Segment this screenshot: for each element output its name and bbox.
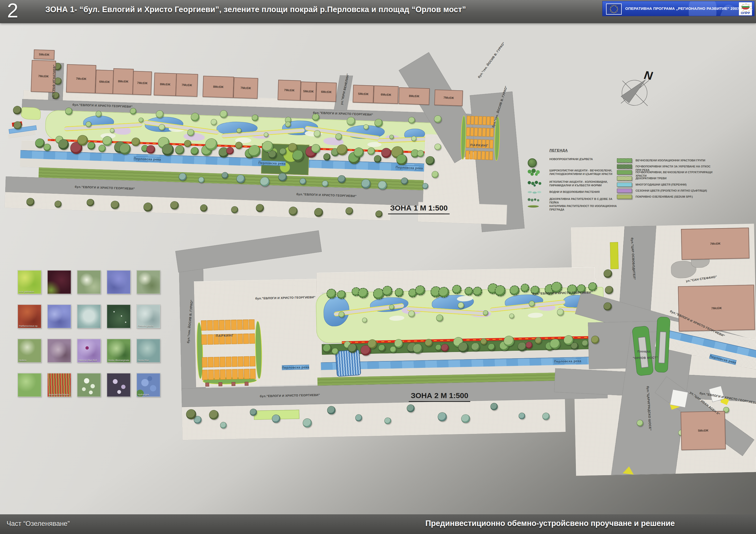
sheet-number: 2 — [7, 1, 18, 21]
building-label: 8МсбЖ — [118, 79, 128, 83]
building: 5МсбЖ — [300, 81, 316, 101]
tree-icon — [461, 414, 470, 423]
river-label: Перловска река — [134, 156, 161, 162]
building: 7МсбЖ — [133, 71, 152, 95]
legend-swatch — [617, 176, 632, 181]
tree-icon — [434, 115, 442, 123]
tree-icon — [381, 148, 392, 158]
legend-swatch — [617, 164, 632, 169]
oprr-star-icon: ★ — [741, 5, 742, 7]
tree-icon — [256, 204, 264, 212]
building-label: 6МсбЖ — [99, 80, 110, 84]
legend: ЛЕГЕНДА НОВОПРОЕКТИРАНИ ДЪРВЕТАШИРОКОЛИС… — [524, 146, 716, 212]
tree-icon — [191, 113, 199, 122]
building: 7МсбЖ — [278, 80, 301, 100]
oprr-star-icon: ★ — [742, 10, 743, 11]
tree-icon — [605, 286, 613, 294]
building-label: 7МсбЖ — [240, 86, 251, 90]
zone2-plan: 7МсбЖ7МсбЖ5МсбЖбул."ген. ЙОСИВ В. ГУРКО"… — [178, 224, 756, 484]
tree-icon — [158, 124, 165, 130]
tree-icon — [175, 145, 184, 155]
oprr-star-icon: ★ — [745, 10, 747, 12]
building: 8МсбЖ — [113, 68, 134, 95]
plant-photo-caption: Hydrangea — [138, 393, 149, 396]
tree-icon — [143, 203, 153, 212]
tree-icon — [438, 287, 449, 297]
footer-project-title: Прединвестиционно обемно-устройсвено про… — [425, 519, 675, 528]
tree-icon — [260, 177, 270, 187]
zone1-plan: 5МсбЖ7МсбЖ7МсбЖ6МсбЖ8МсбЖ7МсбЖ8МсбЖ7МсбЖ… — [5, 47, 511, 231]
tree-icon — [529, 300, 535, 307]
tree-icon — [146, 145, 155, 154]
tree-icon — [335, 133, 342, 140]
tree-icon — [95, 111, 102, 117]
eu-flag-icon: ★★★★★★★★★★★★ — [606, 4, 622, 14]
tree-icon — [495, 285, 506, 296]
tree-icon — [518, 342, 527, 351]
tree-icon — [389, 304, 394, 310]
tree-icon — [345, 207, 353, 215]
tree-icon — [452, 285, 462, 294]
building-label: 7МсбЖ — [443, 96, 454, 99]
tree-icon — [288, 207, 298, 216]
legend-item-label: ДЕКОРАТИВНИ ТРЕВИ — [635, 177, 714, 180]
river-label: Перловска река — [258, 160, 286, 166]
building: 7МсбЖ — [678, 285, 755, 331]
tree-icon — [526, 342, 532, 349]
plant-photo — [107, 373, 130, 397]
tree-icon — [322, 181, 328, 187]
tree-icon — [250, 409, 257, 416]
tree-icon — [375, 211, 383, 218]
building-label: 7МсбЖ — [711, 306, 722, 310]
tree-layer — [178, 224, 756, 484]
tree-icon — [425, 339, 432, 347]
tree-icon — [236, 175, 245, 183]
zone1-caption: ЗОНА 1 М 1:500 — [388, 204, 449, 214]
tree-icon — [156, 110, 164, 119]
tree-icon — [222, 172, 228, 179]
building: 5МсбЖ — [353, 85, 374, 103]
plant-photo: Imperata Red Baron — [47, 373, 71, 397]
tree-icon — [378, 181, 387, 190]
legend-swatch — [617, 183, 632, 187]
legend-swatch — [617, 170, 632, 175]
legend-swatch — [617, 158, 632, 163]
plant-photo — [77, 270, 101, 294]
tree-icon — [43, 144, 51, 151]
building-label: 7МсбЖ — [137, 81, 148, 85]
building-label: 7МсбЖ — [710, 242, 720, 245]
plant-photo: Acer palmatum — [18, 270, 41, 294]
tree-icon — [488, 343, 495, 351]
building-label: 8МсбЖ — [213, 85, 224, 89]
legend-item-label: ШИРОКОЛИСТНИ АКЦЕНТИ - ВЕЧНОЗЕЛЕНИ, ЛИСТ… — [549, 169, 619, 176]
area-label: "ОРЛОВ МОСТ" — [633, 356, 658, 360]
tree-icon — [211, 119, 217, 126]
legend-item-label: ВЕЧНОЗЕЛЕНИ ИЗОЛАЦИОННИ ХРАСТОВИ ГРУПИ — [635, 158, 714, 162]
tree-icon — [338, 175, 345, 183]
tree-icon — [226, 147, 234, 155]
legend-item-label: ПОКРИВНО ОЗЕЛЕНЯВАНЕ (SEDUM SPP.) — [635, 195, 714, 198]
tree-icon — [264, 132, 269, 137]
footer-discipline: Част “Озеленяване” — [7, 520, 70, 528]
building: 7МсбЖ — [176, 73, 198, 97]
oprr-star-icon: ★ — [745, 3, 747, 5]
eu-program-banner: ★★★★★★★★★★★★ ОПЕРАТИВНА ПРОГРАМА „РЕГИОН… — [602, 1, 754, 16]
building: 6МсбЖ — [373, 85, 398, 104]
eu-star-icon: ★ — [609, 8, 611, 10]
tree-icon — [198, 177, 204, 183]
plant-photo: Hosta Blue — [137, 339, 160, 363]
tree-icon — [220, 422, 227, 429]
tree-icon — [323, 344, 332, 353]
tree-icon — [407, 405, 415, 412]
tree-icon — [364, 124, 369, 129]
plant-photo — [107, 270, 130, 294]
tree-icon — [604, 302, 612, 311]
tree-icon — [542, 412, 550, 420]
tree-icon — [394, 339, 403, 348]
tree-icon — [252, 114, 258, 121]
tree-icon — [382, 286, 393, 296]
tree-icon — [35, 138, 45, 148]
tree-icon — [278, 173, 287, 182]
tree-icon — [54, 200, 62, 208]
tree-icon — [98, 145, 106, 152]
